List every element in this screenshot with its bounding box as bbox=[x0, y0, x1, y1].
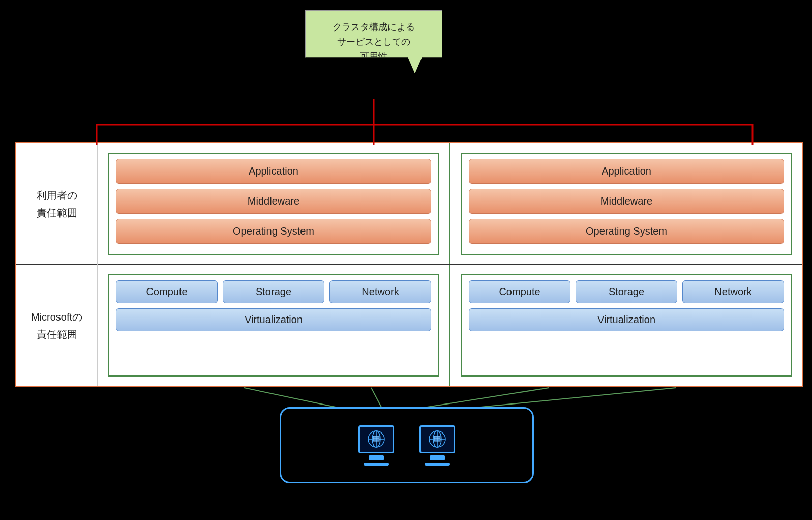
server2-top: Application Middleware Operating System bbox=[450, 143, 802, 264]
server2-network: Network bbox=[682, 280, 784, 303]
server2-storage: Storage bbox=[576, 280, 677, 303]
monitor2 bbox=[419, 425, 455, 466]
svg-line-2 bbox=[371, 388, 381, 407]
server1-bottom-border: Compute Storage Network Virtualization bbox=[108, 274, 439, 377]
server2-bottom-border: Compute Storage Network Virtualization bbox=[461, 274, 792, 377]
server2-compute: Compute bbox=[469, 280, 570, 303]
computer-area bbox=[280, 407, 534, 483]
globe1-icon bbox=[366, 429, 386, 449]
monitor1 bbox=[358, 425, 394, 466]
monitor2-stand bbox=[430, 455, 445, 460]
server1-top: Application Middleware Operating System bbox=[98, 143, 450, 264]
server1-bottom: Compute Storage Network Virtualization bbox=[98, 265, 450, 386]
server2-bottom: Compute Storage Network Virtualization bbox=[450, 265, 802, 386]
label-column: 利用者の責任範囲 Microsoftの責任範囲 bbox=[16, 143, 98, 386]
server1-compute: Compute bbox=[116, 280, 218, 303]
server1-application: Application bbox=[116, 159, 431, 184]
top-note-text3: 可用性 bbox=[360, 51, 387, 62]
server2-virtualization: Virtualization bbox=[469, 308, 784, 331]
top-note-text2: サービスとしての bbox=[337, 37, 410, 47]
monitor1-base bbox=[364, 463, 389, 466]
monitor2-screen bbox=[419, 425, 455, 453]
top-note-box: クラスタ構成による サービスとしての 可用性 bbox=[305, 10, 442, 73]
diagram-wrapper: クラスタ構成による サービスとしての 可用性 利用者の責任範囲 Microsof… bbox=[0, 0, 812, 520]
server1-os: Operating System bbox=[116, 219, 431, 244]
user-responsibility-label: 利用者の責任範囲 bbox=[16, 143, 97, 265]
monitor2-base bbox=[425, 463, 450, 466]
svg-line-4 bbox=[480, 388, 676, 407]
server1-green-border: Application Middleware Operating System bbox=[108, 153, 439, 255]
server1-storage: Storage bbox=[223, 280, 324, 303]
main-area: 利用者の責任範囲 Microsoftの責任範囲 Application Midd… bbox=[15, 142, 803, 387]
server2-green-border: Application Middleware Operating System bbox=[461, 153, 792, 255]
server2-infra-row: Compute Storage Network bbox=[469, 280, 784, 303]
top-layers: Application Middleware Operating System … bbox=[98, 143, 802, 265]
svg-line-3 bbox=[427, 388, 549, 407]
server1-virtualization: Virtualization bbox=[116, 308, 431, 331]
server2-middleware: Middleware bbox=[469, 189, 784, 214]
top-note-text: クラスタ構成による bbox=[333, 22, 415, 32]
monitor1-screen bbox=[358, 425, 394, 453]
microsoft-responsibility-label: Microsoftの責任範囲 bbox=[16, 265, 97, 386]
content-area: Application Middleware Operating System … bbox=[98, 143, 802, 386]
server2-os: Operating System bbox=[469, 219, 784, 244]
server1-network: Network bbox=[329, 280, 431, 303]
globe2-icon bbox=[427, 429, 447, 449]
monitor1-stand bbox=[369, 455, 384, 460]
server1-infra-row: Compute Storage Network bbox=[116, 280, 431, 303]
svg-line-1 bbox=[244, 388, 336, 407]
server1-middleware: Middleware bbox=[116, 189, 431, 214]
bottom-layers: Compute Storage Network Virtualization C… bbox=[98, 265, 802, 386]
server2-application: Application bbox=[469, 159, 784, 184]
